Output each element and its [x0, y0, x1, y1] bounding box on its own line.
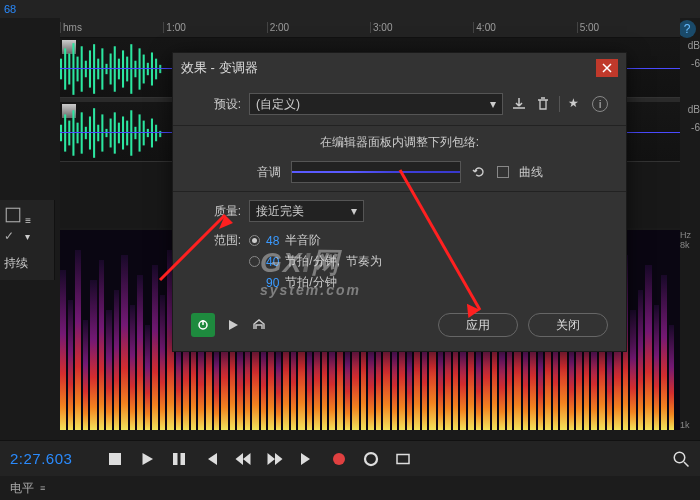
level-label: 电平 [10, 480, 34, 497]
svg-rect-61 [137, 275, 143, 430]
svg-rect-1 [64, 48, 66, 89]
svg-rect-39 [118, 123, 120, 144]
svg-rect-135 [173, 453, 178, 465]
status-bar: 电平 ≡ [0, 476, 700, 500]
svg-rect-57 [106, 310, 112, 430]
rewind-button[interactable] [234, 450, 252, 468]
window-topbar: 68 [0, 0, 700, 18]
pitch-shifter-dialog: 效果 - 变调器 预设: (自定义) ▾ ★ i 在编辑器面板内调整下列包络: … [172, 52, 627, 352]
info-icon[interactable]: i [592, 96, 608, 112]
svg-point-137 [333, 453, 345, 465]
svg-rect-10 [101, 48, 103, 89]
pause-button[interactable] [170, 450, 188, 468]
skip-forward-button[interactable] [298, 450, 316, 468]
bpm2-unit: 节拍/分钟 [285, 274, 336, 291]
favorite-icon[interactable]: ★ [568, 96, 584, 112]
share-icon[interactable] [251, 317, 267, 333]
loop-button[interactable] [362, 450, 380, 468]
quality-label: 质量: [191, 203, 241, 220]
svg-rect-12 [110, 54, 112, 85]
curve-checkbox[interactable] [497, 166, 509, 178]
ruler-tick: 5:00 [577, 22, 680, 33]
record-button[interactable] [330, 450, 348, 468]
quality-select[interactable]: 接近完美 ▾ [249, 200, 364, 222]
dialog-titlebar[interactable]: 效果 - 变调器 [173, 53, 626, 83]
svg-rect-40 [122, 116, 124, 149]
svg-rect-37 [110, 119, 112, 148]
svg-rect-48 [155, 125, 157, 142]
svg-rect-14 [118, 59, 120, 80]
bpm1-value[interactable]: 40 [266, 255, 279, 269]
svg-rect-31 [85, 127, 87, 139]
svg-rect-24 [159, 65, 161, 73]
svg-rect-3 [72, 43, 74, 95]
preset-select[interactable]: (自定义) ▾ [249, 93, 503, 115]
bpm2-value[interactable]: 90 [266, 276, 279, 290]
range-radio-semitone[interactable] [249, 235, 260, 246]
selection-tool-icon[interactable] [4, 206, 22, 224]
skip-back-button[interactable] [202, 450, 220, 468]
close-button[interactable]: 关闭 [528, 313, 608, 337]
left-tool-panel: ≡ ✓ ▾ 持续 [0, 200, 55, 280]
reset-icon[interactable] [471, 164, 487, 180]
power-toggle-button[interactable] [191, 313, 215, 337]
range-radio-bpm[interactable] [249, 256, 260, 267]
skip-selection-button[interactable] [394, 450, 412, 468]
sustain-label: 持续 [4, 255, 50, 272]
svg-rect-34 [97, 125, 99, 142]
svg-rect-125 [630, 310, 636, 430]
db-neg6: -6 [691, 58, 700, 69]
ruler-tick: 2:00 [267, 22, 370, 33]
envelope-message: 在编辑器面板内调整下列包络: [191, 134, 608, 151]
svg-rect-136 [181, 453, 186, 465]
bpm1-unit: 节拍/分钟, [285, 253, 340, 270]
save-preset-icon[interactable] [511, 96, 527, 112]
svg-rect-15 [122, 50, 124, 87]
ruler-tick: 3:00 [370, 22, 473, 33]
help-icon[interactable]: ? [678, 20, 696, 38]
close-icon[interactable] [596, 59, 618, 77]
check-tool-icon[interactable]: ✓ [4, 229, 22, 247]
stop-button[interactable] [106, 450, 124, 468]
svg-rect-129 [661, 275, 667, 430]
svg-rect-45 [143, 121, 145, 146]
svg-rect-41 [126, 121, 128, 146]
hz-label: Hz [680, 230, 698, 240]
svg-rect-46 [147, 129, 149, 137]
pitch-label: 音调 [257, 164, 281, 181]
svg-rect-21 [147, 63, 149, 75]
forward-button[interactable] [266, 450, 284, 468]
svg-rect-13 [114, 46, 116, 91]
svg-rect-51 [60, 270, 66, 430]
db-neg6: -6 [691, 122, 700, 133]
ruler-hms: hms [60, 22, 163, 33]
svg-rect-58 [114, 290, 119, 430]
chevron-down-icon: ▾ [490, 97, 496, 111]
timecode-display[interactable]: 2:27.603 [10, 450, 72, 467]
svg-line-140 [684, 462, 689, 467]
svg-rect-64 [160, 295, 165, 430]
delete-preset-icon[interactable] [535, 96, 551, 112]
svg-rect-35 [101, 114, 103, 151]
svg-rect-131 [6, 208, 20, 222]
apply-button[interactable]: 应用 [438, 313, 518, 337]
play-button[interactable] [138, 450, 156, 468]
svg-rect-29 [77, 123, 79, 144]
svg-rect-18 [134, 61, 136, 78]
preview-play-icon[interactable] [225, 317, 241, 333]
svg-rect-27 [68, 121, 70, 146]
svg-rect-42 [130, 110, 132, 155]
curve-label: 曲线 [519, 164, 543, 181]
semitone-unit: 半音阶 [285, 232, 321, 249]
zoom-in-icon[interactable] [672, 450, 690, 468]
transport-bar: 2:27.603 [0, 440, 700, 476]
timeline-ruler[interactable]: hms 1:00 2:00 3:00 4:00 5:00 [60, 18, 680, 38]
svg-rect-19 [139, 48, 141, 89]
bpm1-extra: 节奏为 [346, 253, 382, 270]
hz-1k: 1k [680, 420, 698, 430]
pitch-envelope-display[interactable] [291, 161, 461, 183]
svg-rect-56 [99, 260, 104, 430]
semitone-value[interactable]: 48 [266, 234, 279, 248]
level-menu-icon[interactable]: ≡ [40, 483, 45, 493]
svg-rect-128 [654, 305, 659, 430]
